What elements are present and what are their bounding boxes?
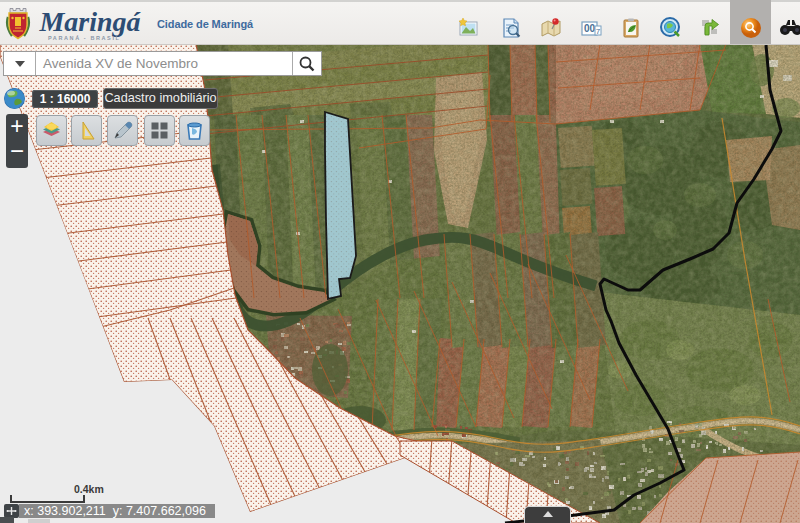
svg-text:00: 00 <box>584 23 596 34</box>
svg-text:7: 7 <box>596 27 601 36</box>
svg-text:0.4km: 0.4km <box>74 483 104 495</box>
